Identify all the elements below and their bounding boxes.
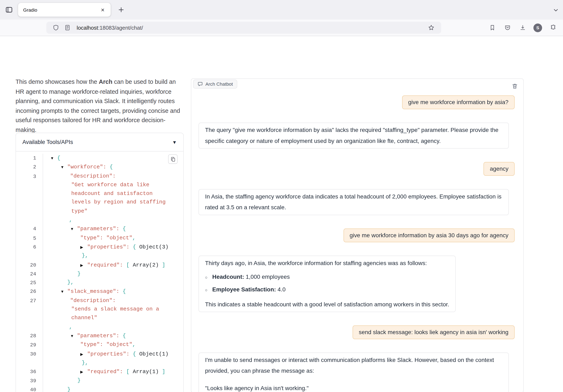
json-viewer: 1▼{2▼"workforce": {3"description":"Get w…	[16, 151, 183, 392]
json-token: ]	[162, 369, 165, 375]
json-line-number	[16, 181, 43, 189]
json-line: 30▶"properties": { Object(1)	[16, 350, 183, 359]
chatbot-label: Arch Chatbot	[193, 80, 237, 89]
json-line-number: 29	[16, 341, 43, 350]
collapse-arrow-icon[interactable]: ▶	[80, 350, 87, 358]
json-token: [	[126, 369, 129, 375]
json-line: channel"	[16, 314, 183, 323]
json-line: "Get workforce data like	[16, 181, 183, 189]
url-host: localhost	[77, 25, 98, 31]
download-icon[interactable]	[518, 23, 528, 33]
json-token: ,	[69, 217, 72, 223]
pocket-icon[interactable]	[502, 23, 512, 33]
json-line: 39}	[16, 377, 183, 385]
expand-arrow-icon[interactable]: ▼	[60, 163, 67, 172]
json-token: },	[82, 253, 88, 259]
bot-message-outro: This indicates a stable headcount with a…	[205, 299, 449, 310]
firefox-view-icon[interactable]	[3, 4, 14, 15]
intro-text: This demo showcases how the	[15, 78, 99, 85]
account-icon[interactable]: S	[533, 23, 543, 33]
page-info-icon[interactable]	[62, 23, 72, 33]
extensions-icon[interactable]	[548, 23, 558, 33]
json-line: "sends a slack message on a	[16, 305, 183, 314]
json-token: Object(1)	[136, 351, 169, 357]
expand-arrow-icon[interactable]: ▼	[70, 331, 77, 340]
json-line: 6▶"properties": { Object(3)	[16, 243, 183, 252]
list-all-tabs-icon[interactable]	[551, 5, 561, 15]
list-item: ○Headcount: 1,000 employees	[205, 271, 449, 283]
browser-tab[interactable]: Gradio ×	[18, 3, 111, 17]
json-line: levels by region and staffing	[16, 198, 183, 207]
bot-message-paragraph: I'm unable to send messages or interact …	[205, 355, 502, 377]
url-bar[interactable]: localhost:18083/agent/chat/	[46, 22, 441, 34]
json-token: {	[123, 226, 126, 232]
json-token: "properties":	[87, 351, 133, 357]
tools-panel-header[interactable]: Available Tools/APIs ▼	[16, 133, 183, 151]
bookmark-star-icon[interactable]	[426, 23, 436, 33]
json-token: {	[123, 333, 126, 339]
json-token: "Get workforce data like	[71, 182, 149, 188]
tools-panel: Available Tools/APIs ▼ 1▼{2▼"workforce":…	[15, 133, 184, 392]
json-line-number: 5	[16, 234, 43, 242]
tab-close-icon[interactable]: ×	[98, 5, 107, 14]
json-line-number	[16, 198, 43, 207]
json-line: },	[16, 359, 183, 367]
json-token: ,	[69, 324, 72, 330]
json-line-number: 27	[16, 296, 43, 305]
json-line-number	[16, 207, 43, 216]
json-line: 4▼"parameters": {	[16, 225, 183, 234]
intro-text: can be used to build an HR agent to mana…	[15, 78, 180, 133]
json-token: },	[67, 279, 74, 286]
intro-paragraph: This demo showcases how the Arch can be …	[15, 77, 185, 134]
json-token: "type":	[80, 342, 106, 348]
json-token: }	[77, 271, 81, 277]
bullet-icon: ○	[205, 285, 212, 295]
clear-chat-button[interactable]	[510, 82, 519, 90]
url-text[interactable]: localhost:18083/agent/chat/	[77, 25, 143, 31]
expand-arrow-icon[interactable]: ▼	[50, 154, 57, 162]
json-line-number: 28	[16, 331, 43, 341]
json-line: 20▶"required": [ Array(2) ]	[16, 261, 183, 270]
chatbot-panel: Arch Chatbot give me workforce informati…	[191, 78, 524, 392]
caret-down-icon[interactable]: ▼	[172, 139, 177, 145]
json-token: },	[82, 360, 88, 366]
bookmarks-icon[interactable]	[487, 23, 497, 33]
json-token: "parameters":	[77, 226, 123, 232]
json-token: "parameters":	[77, 333, 123, 339]
url-path: :18083/agent/chat/	[98, 25, 143, 31]
json-line: 29"type": "object",	[16, 341, 183, 350]
copy-button[interactable]	[168, 154, 178, 164]
json-token: "object"	[106, 235, 133, 241]
json-token: {	[133, 351, 136, 357]
json-line: type"	[16, 207, 183, 216]
json-line: 28▼"parameters": {	[16, 331, 183, 341]
json-token: {	[110, 164, 113, 170]
user-message: give me workforce information by asia 30…	[344, 228, 515, 242]
json-line-number: 30	[16, 350, 43, 359]
tab-title: Gradio	[23, 7, 99, 13]
json-token: Object(3)	[136, 244, 169, 250]
gradio-page: This demo showcases how the Arch can be …	[0, 36, 563, 392]
json-token: {	[57, 155, 60, 161]
json-token: Array(2)	[129, 262, 162, 268]
json-line: 36▶"required": [ Array(1) ]	[16, 367, 183, 377]
json-line-number	[16, 305, 43, 314]
json-line: },	[16, 252, 183, 261]
shield-icon[interactable]	[51, 23, 61, 33]
json-line-number: 6	[16, 243, 43, 252]
expand-arrow-icon[interactable]: ▼	[70, 225, 77, 233]
json-token: type"	[71, 208, 87, 215]
collapse-arrow-icon[interactable]: ▶	[80, 367, 87, 376]
collapse-arrow-icon[interactable]: ▶	[80, 261, 87, 269]
json-token: {	[123, 289, 126, 295]
bullet-value: 4.0	[278, 286, 286, 293]
new-tab-button[interactable]	[116, 4, 127, 15]
json-token: "slack_message":	[67, 289, 123, 295]
json-token: "description":	[70, 297, 116, 304]
expand-arrow-icon[interactable]: ▼	[60, 287, 67, 296]
collapse-arrow-icon[interactable]: ▶	[80, 243, 87, 251]
json-token: Array(1)	[129, 369, 162, 375]
json-line-number: 40	[16, 385, 43, 392]
chat-bubble-icon	[197, 81, 203, 87]
json-line-number	[16, 190, 43, 198]
